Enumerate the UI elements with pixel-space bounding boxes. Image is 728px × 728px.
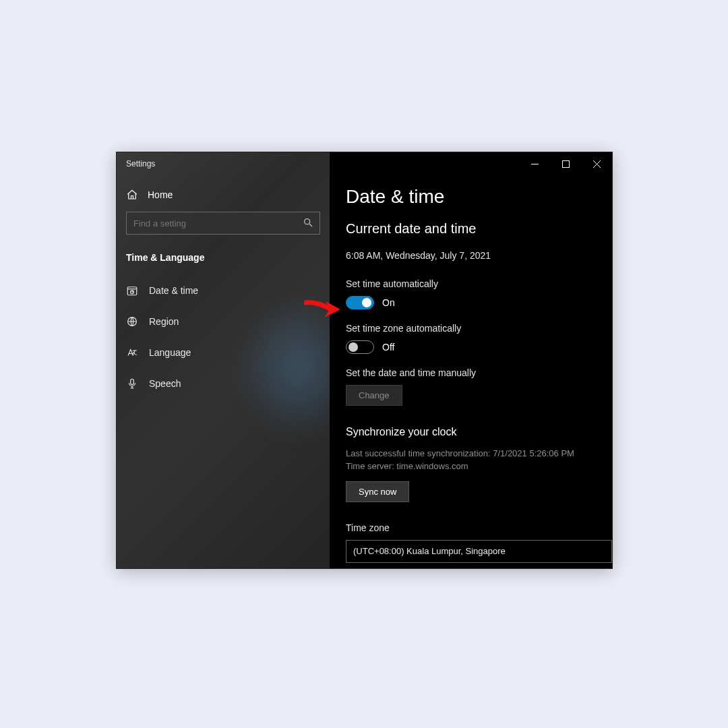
timezone-label: Time zone [346,522,612,533]
set-manual-label: Set the date and time manually [346,367,612,378]
change-datetime-button: Change [346,385,402,406]
sidebar-item-label: Language [149,347,191,358]
timezone-value: (UTC+08:00) Kuala Lumpur, Singapore [353,546,506,556]
sidebar-home[interactable]: Home [117,175,330,212]
sync-now-button[interactable]: Sync now [346,481,409,502]
sync-last: Last successful time synchronization: 7/… [346,448,612,460]
svg-rect-13 [562,160,569,167]
set-time-auto-label: Set time automatically [346,278,612,289]
sidebar-item-language[interactable]: Language [117,337,330,368]
window-controls [519,152,612,175]
set-timezone-auto-state: Off [382,342,394,353]
set-timezone-auto-toggle[interactable] [346,340,374,354]
page-title: Date & time [346,186,612,208]
svg-line-1 [309,224,312,226]
settings-window: Settings Home Time & Language [116,152,613,569]
maximize-button[interactable] [550,152,581,175]
sidebar-home-label: Home [148,189,173,200]
sync-heading: Synchronize your clock [346,426,612,438]
main-panel: Date & time Current date and time 6:08 A… [330,152,612,568]
window-title: Settings [117,152,330,175]
sidebar-item-speech[interactable]: Speech [117,368,330,399]
sidebar-item-label: Region [149,316,179,327]
clock-icon [126,284,138,297]
set-time-auto-state: On [382,297,395,308]
home-icon [126,189,138,201]
section-current-datetime-heading: Current date and time [346,221,612,237]
search-input[interactable] [126,212,320,235]
close-button[interactable] [581,152,612,175]
sidebar-item-region[interactable]: Region [117,306,330,337]
set-time-auto-toggle[interactable] [346,296,374,309]
sync-server: Time server: time.windows.com [346,460,612,473]
sidebar: Settings Home Time & Language [117,152,330,568]
language-icon [126,346,138,359]
sidebar-category: Time & Language [117,235,330,275]
set-timezone-auto-label: Set time zone automatically [346,323,612,334]
sidebar-item-date-time[interactable]: Date & time [117,275,330,306]
sidebar-item-label: Date & time [149,285,198,296]
search-icon [303,217,313,228]
timezone-select[interactable]: (UTC+08:00) Kuala Lumpur, Singapore [346,540,612,563]
svg-rect-9 [131,379,134,384]
svg-point-0 [305,219,310,224]
microphone-icon [126,377,138,390]
current-datetime-value: 6:08 AM, Wednesday, July 7, 2021 [346,250,612,261]
minimize-button[interactable] [519,152,550,175]
sidebar-item-label: Speech [149,378,181,389]
globe-icon [126,315,138,328]
